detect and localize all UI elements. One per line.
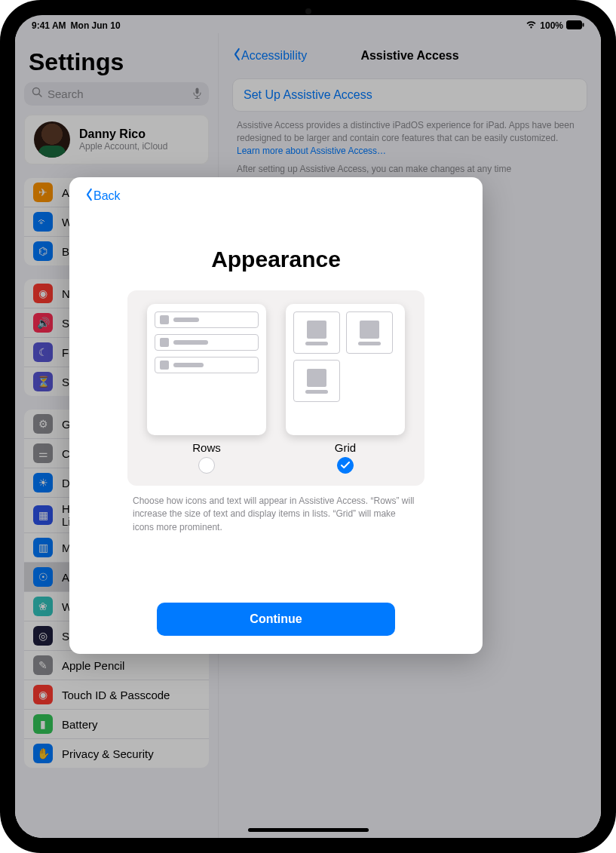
continue-label: Continue: [250, 612, 302, 626]
home-indicator[interactable]: [248, 828, 369, 832]
modal-helper-text: Choose how icons and text will appear in…: [133, 495, 419, 534]
continue-button[interactable]: Continue: [157, 603, 395, 636]
appearance-options: Rows Grid: [127, 290, 424, 486]
screen: 9:41 AM Mon Jun 10 100% Settings: [15, 15, 601, 838]
check-icon: [341, 462, 350, 469]
radio-grid[interactable]: [337, 457, 354, 474]
device-frame: 9:41 AM Mon Jun 10 100% Settings: [0, 0, 616, 853]
front-camera: [305, 8, 311, 14]
option-rows-label: Rows: [192, 441, 221, 454]
chevron-left-icon: [86, 188, 92, 204]
modal-title: Appearance: [84, 247, 467, 272]
appearance-modal: Back Appearance Rows: [69, 177, 483, 654]
grid-preview: [286, 304, 405, 435]
modal-back-label: Back: [93, 189, 121, 203]
option-grid-label: Grid: [335, 441, 356, 454]
option-rows[interactable]: Rows: [146, 304, 267, 474]
modal-back-button[interactable]: Back: [84, 188, 121, 204]
rows-preview: [147, 304, 266, 435]
radio-rows[interactable]: [198, 457, 215, 474]
option-grid[interactable]: Grid: [285, 304, 406, 474]
